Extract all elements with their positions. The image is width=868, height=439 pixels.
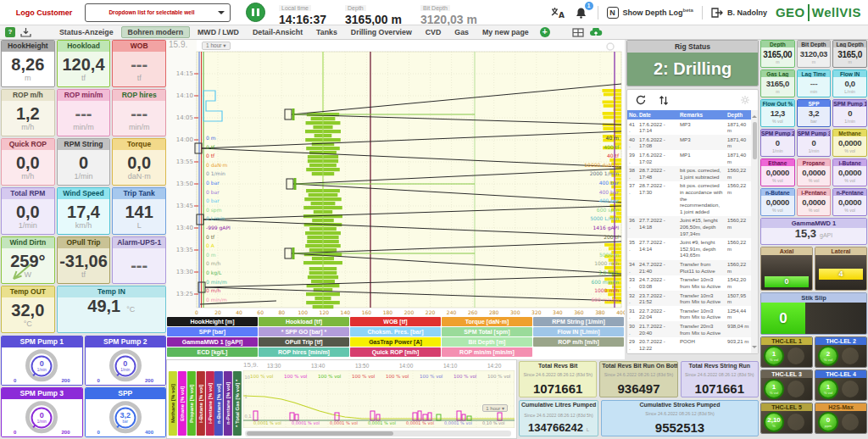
pause-button[interactable] <box>246 3 265 22</box>
sort-icon[interactable] <box>659 95 669 106</box>
table-row[interactable]: 33.24.7.2022 - 03:08Transfer 10m3 from M… <box>627 275 751 291</box>
download-icon[interactable] <box>20 27 31 37</box>
legend-item-bit-depth-m[interactable]: Bit Depth [m] <box>442 337 532 347</box>
gas-chart-plot[interactable]: 1010,1100 % vol100 % vol100 % vol100 % v… <box>243 370 515 428</box>
chart-range-dropdown[interactable]: 1 hour ▾ <box>202 42 231 50</box>
show-depth-log-button[interactable]: N Show Depth Logbeta <box>607 7 693 19</box>
legend-item-rpm-string-1-min[interactable]: RPM String [1/min] <box>533 317 624 326</box>
scrollbar-thumb[interactable] <box>247 431 393 436</box>
cloud-upload-icon[interactable] <box>589 28 603 37</box>
table-row[interactable]: 29.20.7.2022 - 12:22POOH903,21 m <box>627 337 751 353</box>
gas-legend-item-propane-vol[interactable]: Propane [% vol] <box>187 371 196 436</box>
tile-value: --- <box>810 80 818 88</box>
column-header-depth[interactable]: Depth <box>726 110 751 119</box>
gas-range-dropdown[interactable]: 1 hour ▾ <box>482 404 508 412</box>
metric-tile-lag-depth: Lag Depth3165,0m <box>832 40 867 68</box>
tile-value: 2 <box>826 351 830 358</box>
gas-legend-item-ethane-vol[interactable]: Ethane [% vol] <box>178 371 186 436</box>
svg-text:0 bar: 0 bar <box>206 197 220 203</box>
events-scrollbar[interactable] <box>751 110 758 353</box>
legend-item-hookheight-m[interactable]: HookHeight [m] <box>167 317 258 326</box>
tab-status-anzeige[interactable]: Status-Anzeige <box>53 27 120 37</box>
gas-legend-item-i-pentane-vol[interactable]: i-Pentane [% vol] <box>206 371 214 436</box>
legend-item-spm-total-spm[interactable]: SPM Total [spm] <box>442 327 532 336</box>
table-row[interactable]: 38.28.7.2022 - 17:48bit pos. corrected, … <box>627 166 751 181</box>
refresh-icon[interactable] <box>635 94 647 106</box>
legend-item-quick-rop-m-h[interactable]: Quick ROP [m/h] <box>350 347 441 357</box>
tile-header: Trip Tank <box>113 188 165 199</box>
table-row[interactable]: 40.17.6.2022 - 17:08MP31871,40 m <box>627 135 751 150</box>
depth-label: Depth <box>345 5 366 11</box>
notifications-bell-icon[interactable]: 1 <box>574 5 589 20</box>
legend-item-gastrap-power-a[interactable]: GasTrap Power [A] <box>350 337 441 347</box>
gauge-tile-spm-pump-2: SPM Pump 201/min0200 <box>85 336 167 386</box>
legend-item-torque-dan-m[interactable]: Torque [daN·m] <box>442 317 532 326</box>
translate-icon[interactable]: A <box>550 5 565 20</box>
tile-value: --- <box>131 105 147 122</box>
layout-grid-icon[interactable] <box>572 28 584 37</box>
tab-bohren-modern[interactable]: Bohren modern <box>121 26 191 38</box>
table-row[interactable]: 35.27.7.2022 - 14:14Joint #9, lenght 152… <box>627 238 751 260</box>
table-row[interactable]: 39.17.6.2022 - 17:02MP11871,40 m <box>627 150 751 165</box>
legend-item-rop-min-m-min-m[interactable]: ROP min/m [min/m] <box>442 347 532 357</box>
table-cell: 17.6.2022 - 17:14 <box>637 119 678 135</box>
gas-legend-item-n-pentane-vol[interactable]: n-Pentane [% vol] <box>224 371 232 436</box>
tile-unit: °C <box>126 305 135 314</box>
column-header-date[interactable]: Date <box>637 110 678 119</box>
main-chart-plot[interactable]: 14:1514:1014:0514:0013:5513:5013:4513:40… <box>166 40 625 316</box>
add-page-icon[interactable]: + <box>540 27 550 37</box>
gas-legend-item-total-gas-vol[interactable]: * Total Gas [% vol] * <box>233 371 242 436</box>
metric-tile-propane: Propane0,0000% vol <box>797 158 832 186</box>
tab-my-new-page[interactable]: My new page <box>476 27 535 37</box>
gauge-min: 0 <box>97 378 100 383</box>
table-row[interactable]: 34.24.7.2022 - 21:40Transfer from Plot11… <box>627 260 751 275</box>
table-row[interactable]: 36.27.7.2022 - 14:18Joint #15, lenght 20… <box>627 216 751 238</box>
gas-legend-item-n-butane-vol[interactable]: n-Butane [% vol] <box>214 371 223 436</box>
user-menu[interactable]: B. Nadolny <box>711 8 767 18</box>
table-row[interactable]: 28.20.7.2022 - 10:16Gastest FID894,21 m <box>627 353 751 353</box>
table-cell: 31. <box>627 306 637 321</box>
legend-item-flow-in-l-min[interactable]: Flow IN [L/min] <box>533 327 624 336</box>
scrollbar-thumb[interactable] <box>753 122 757 159</box>
tile-header: i-Butane <box>833 159 866 166</box>
well-selector-dropdown[interactable]: Dropdown list for selectable well <box>85 3 231 22</box>
tile-header: Wind Speed <box>58 188 110 199</box>
gas-legend-item-methane-vol[interactable]: Methane [% vol] <box>169 371 177 436</box>
tab-mwd-lwd[interactable]: MWD / LWD <box>192 27 245 37</box>
table-header-row: No.DateRemarksDepth <box>627 110 751 119</box>
table-row[interactable]: 30.21.7.2022 - 20:40Transfer 20m3 from M… <box>627 321 751 336</box>
legend-item-hookload-tf[interactable]: Hookload [tf] <box>259 317 349 326</box>
svg-text:13:55: 13:55 <box>176 158 193 165</box>
tab-gas[interactable]: Gas <box>448 27 475 37</box>
gas-legend-item-i-butane-vol[interactable]: i-Butane [% vol] <box>197 371 205 436</box>
gear-icon[interactable] <box>740 95 750 105</box>
svg-text:600 min/m: 600 min/m <box>591 297 619 303</box>
tab-cvd[interactable]: CVD <box>420 27 448 37</box>
tab-detail-ansicht[interactable]: Detail-Ansicht <box>247 27 309 37</box>
tab-drilling-overview[interactable]: Drilling Overview <box>345 27 418 37</box>
table-row[interactable]: 31.22.7.2022 - 22:04Transfer 10m3 from M… <box>627 306 751 321</box>
tile-body: 0,0000% vol <box>798 196 831 215</box>
help-icon[interactable]: ? <box>5 27 15 37</box>
legend-item-spp-go-bar[interactable]: * SPP GO [bar] * <box>259 327 349 336</box>
table-row[interactable]: 41.17.6.2022 - 17:14MP31871,40 m <box>627 119 751 135</box>
legend-item-rop-m-h-m-h[interactable]: ROP m/h [m/h] <box>533 337 624 347</box>
legend-item-spp-bar[interactable]: SPP [bar] <box>167 327 258 336</box>
table-row[interactable]: 32.23.7.2022 - 21:52Transfer 10m3 from M… <box>627 291 751 306</box>
column-header-no[interactable]: No. <box>627 110 637 119</box>
tab-tanks[interactable]: Tanks <box>310 27 343 37</box>
legend-item-choksm-pres-bar[interactable]: Choksm. Pres. [bar] <box>350 327 441 336</box>
table-row[interactable]: 37.28.7.2022 - 17:30bit pos. corrected i… <box>627 181 751 216</box>
tile-header: Alarm-UPS-1 <box>113 237 165 248</box>
scroll-up-icon[interactable] <box>752 113 757 118</box>
legend-item-wob-tf[interactable]: WOB [tf] <box>350 317 441 326</box>
column-header-remarks[interactable]: Remarks <box>678 110 726 119</box>
legend-item-rop-hires-min-m[interactable]: ROP hires [min/m] <box>259 347 349 357</box>
legend-item-gammamwd-1-gapi[interactable]: GammaMWD 1 [gAPI] <box>167 337 258 347</box>
scroll-down-icon[interactable] <box>752 346 757 351</box>
total-value: 1071661 <box>683 381 756 396</box>
gas-chart-scrollbar[interactable] <box>245 431 511 436</box>
legend-item-ecd-kg-l[interactable]: ECD [kg/L] <box>167 347 258 357</box>
ghost-indicator <box>787 414 804 431</box>
legend-item-opull-trip-tf[interactable]: OPull Trip [tf] <box>259 337 349 347</box>
